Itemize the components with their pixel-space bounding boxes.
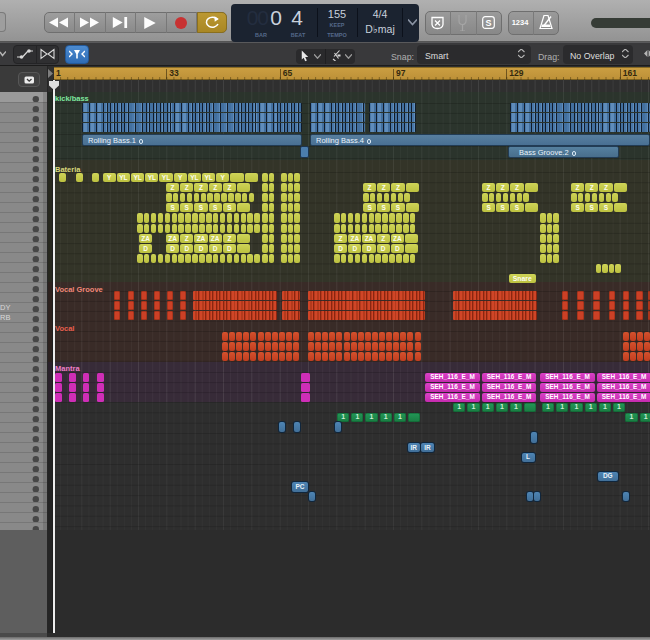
- svg-text:S: S: [485, 18, 491, 28]
